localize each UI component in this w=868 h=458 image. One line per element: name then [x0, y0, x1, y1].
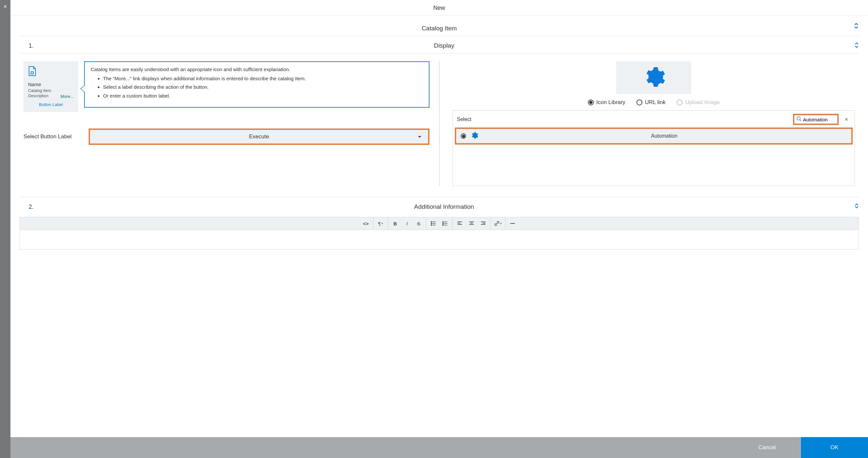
align-center-button[interactable] — [466, 217, 477, 230]
preview-description: Catalog Item Description — [28, 88, 61, 99]
horizontal-rule-button[interactable] — [507, 217, 519, 230]
catalog-item-label: Catalog Item — [422, 25, 457, 32]
preview-name-label: Name — [28, 82, 74, 87]
rte-editor-area[interactable] — [20, 230, 859, 249]
section-title: Additional Information — [38, 203, 850, 210]
numbered-list-button[interactable]: 123 — [439, 217, 451, 230]
collapse-icon[interactable] — [854, 41, 859, 48]
radio-icon-library[interactable]: Icon Library — [588, 99, 625, 106]
collapse-icon[interactable] — [854, 204, 859, 209]
preview-button-label: Button Label — [28, 102, 74, 107]
gear-icon — [642, 65, 665, 90]
radio-label: Icon Library — [596, 99, 625, 106]
svg-text:3: 3 — [442, 224, 443, 226]
cancel-button[interactable]: Cancel — [734, 437, 801, 458]
section-additional-header: 2. Additional Information — [20, 197, 859, 214]
radio-url-link[interactable]: URL link — [637, 99, 666, 106]
icon-result-label: Automation — [482, 133, 847, 139]
section-display-header: 1. Display — [20, 36, 859, 54]
align-right-button[interactable] — [477, 217, 489, 230]
select-label: Select — [457, 117, 471, 122]
callout-bullet: Or enter a custom button label. — [103, 93, 423, 99]
radio-upload-image: Upload Image — [677, 99, 720, 106]
file-icon — [28, 72, 36, 77]
ok-button[interactable]: OK — [801, 437, 868, 458]
section-number: 1. — [29, 42, 38, 49]
radio-icon — [461, 133, 466, 139]
radio-icon — [637, 99, 642, 105]
section-title: Display — [38, 42, 850, 49]
strikethrough-button[interactable]: S — [413, 217, 425, 230]
svg-point-7 — [431, 225, 432, 226]
bullet-list-button[interactable] — [428, 217, 439, 230]
icon-result-row[interactable]: Automation — [455, 127, 853, 145]
collapse-icon[interactable] — [854, 23, 859, 28]
dialog-footer: Cancel OK — [10, 437, 868, 458]
icon-preview — [616, 61, 691, 94]
radio-label: Upload Image — [685, 99, 720, 106]
callout-pointer-icon — [80, 85, 85, 93]
svg-rect-0 — [31, 72, 33, 74]
icon-search-wrap — [793, 114, 839, 125]
radio-icon — [588, 99, 594, 105]
svg-point-5 — [431, 223, 432, 224]
help-callout: Catalog Items are easily understood with… — [84, 61, 429, 108]
sidebar-strip: × — [0, 0, 10, 458]
clear-search-icon[interactable]: × — [842, 116, 851, 123]
paragraph-format-button[interactable]: ¶▾ — [375, 217, 386, 230]
gear-icon — [470, 131, 478, 141]
icon-search-input[interactable] — [803, 117, 835, 122]
callout-bullet: The "More..." link displays when additio… — [103, 75, 423, 82]
radio-icon — [677, 99, 682, 105]
search-icon — [796, 116, 802, 123]
svg-point-1 — [797, 117, 800, 120]
caret-down-icon — [418, 134, 422, 140]
rte-toolbar: <> ¶▾ B I S 123 — [20, 217, 859, 230]
callout-intro: Catalog Items are easily understood with… — [91, 66, 423, 72]
section-number: 2. — [29, 204, 38, 210]
svg-point-3 — [431, 221, 432, 222]
radio-label: URL link — [645, 99, 666, 106]
link-button[interactable]: ▾ — [492, 217, 504, 230]
align-left-button[interactable] — [454, 217, 466, 230]
callout-bullet: Select a label describing the action of … — [103, 84, 423, 90]
icon-select-panel: Select × — [453, 110, 855, 186]
bold-button[interactable]: B — [389, 217, 401, 230]
button-label-dropdown[interactable]: Execute — [89, 128, 429, 145]
close-icon[interactable]: × — [4, 3, 7, 10]
button-label-field-label: Select Button Label — [24, 133, 89, 140]
catalog-preview-card: Name Catalog Item Description More... Bu… — [24, 61, 78, 112]
catalog-item-heading: Catalog Item — [20, 16, 859, 36]
italic-button[interactable]: I — [401, 217, 413, 230]
svg-line-2 — [800, 120, 801, 121]
more-link[interactable]: More... — [61, 94, 74, 99]
dialog-title: New — [10, 0, 868, 16]
dropdown-value: Execute — [249, 133, 269, 140]
source-code-button[interactable]: <> — [360, 217, 372, 230]
